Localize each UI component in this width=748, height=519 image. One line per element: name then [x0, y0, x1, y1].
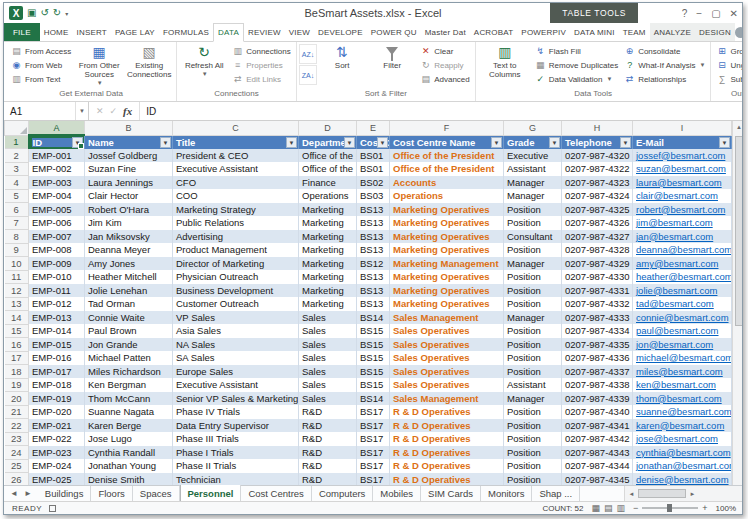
properties-button[interactable]: ≡ Properties — [229, 58, 293, 72]
cell-a5[interactable]: EMP-004 — [29, 189, 85, 203]
column-header-d[interactable]: D — [299, 121, 357, 135]
cell-e5[interactable]: BS03 — [357, 189, 390, 203]
save-icon[interactable]: ▣ — [27, 6, 36, 20]
cell-f16[interactable]: Sales Operatives — [390, 338, 504, 352]
cell-c10[interactable]: Director of Marketing — [173, 257, 299, 271]
row-header-12[interactable]: 12 — [5, 284, 29, 298]
cell-e19[interactable]: BS15 — [357, 378, 390, 392]
zoom-percentage[interactable]: 100% — [716, 504, 736, 513]
close-icon[interactable]: ✕ — [730, 8, 738, 19]
cell-g2[interactable]: Executive — [504, 149, 562, 163]
reapply-button[interactable]: ↻ Reapply — [417, 58, 473, 72]
filter-dropdown-icon[interactable]: ▼ — [491, 137, 502, 148]
cell-h11[interactable]: 0207-987-4330 — [562, 270, 633, 284]
cell-a13[interactable]: EMP-012 — [29, 297, 85, 311]
row-header-14[interactable]: 14 — [5, 311, 29, 325]
cell-d17[interactable]: Sales — [299, 351, 357, 365]
cell-b2[interactable]: Jossef Goldberg — [85, 149, 173, 163]
table-header-cell-cost-centre[interactable]: Cost Centre▼ — [357, 135, 390, 149]
cell-g10[interactable]: Manager — [504, 257, 562, 271]
cell-e15[interactable]: BS15 — [357, 324, 390, 338]
cell-g24[interactable]: Position — [504, 446, 562, 460]
cell-d5[interactable]: Operations — [299, 189, 357, 203]
cell-g8[interactable]: Consultant — [504, 230, 562, 244]
cell-h26[interactable]: 0207-987-4345 — [562, 473, 633, 486]
maximize-icon[interactable]: ▢ — [711, 8, 720, 19]
sort-ascending-button[interactable]: AZ↓ — [299, 44, 317, 64]
cell-h7[interactable]: 0207-987-4326 — [562, 216, 633, 230]
cell-h13[interactable]: 0207-987-4332 — [562, 297, 633, 311]
cell-d14[interactable]: Sales — [299, 311, 357, 325]
row-header-17[interactable]: 17 — [5, 351, 29, 365]
cell-i20[interactable]: thom@besmart.com — [633, 392, 732, 406]
cell-f14[interactable]: Sales Management — [390, 311, 504, 325]
cell-b11[interactable]: Heather Mitchell — [85, 270, 173, 284]
cell-f21[interactable]: R & D Operatives — [390, 405, 504, 419]
cell-h24[interactable]: 0207-987-4343 — [562, 446, 633, 460]
cell-g12[interactable]: Position — [504, 284, 562, 298]
row-header-10[interactable]: 10 — [5, 257, 29, 271]
table-header-cell-e-mail[interactable]: E-Mail▼ — [633, 135, 732, 149]
ribbon-tab-team[interactable]: TEAM — [619, 23, 650, 41]
zoom-slider-thumb[interactable] — [667, 504, 672, 512]
cell-b22[interactable]: Karen Berge — [85, 419, 173, 433]
cell-i3[interactable]: suzan@besmart.com — [633, 162, 732, 176]
page-break-view-icon[interactable]: ▥ — [616, 503, 625, 513]
cell-d16[interactable]: Sales — [299, 338, 357, 352]
cell-i11[interactable]: heather@besmart.com — [633, 270, 732, 284]
cell-b5[interactable]: Clair Hector — [85, 189, 173, 203]
cell-a12[interactable]: EMP-011 — [29, 284, 85, 298]
name-box-dropdown-icon[interactable]: ▼ — [76, 102, 89, 120]
cell-e25[interactable]: BS17 — [357, 459, 390, 473]
cell-i26[interactable]: denise@besmart.com — [633, 473, 732, 486]
cell-f24[interactable]: R & D Operatives — [390, 446, 504, 460]
ribbon-tab-home[interactable]: HOME — [40, 23, 73, 41]
cell-c4[interactable]: CFO — [173, 176, 299, 190]
cell-e10[interactable]: BS12 — [357, 257, 390, 271]
vertical-scroll-thumb[interactable] — [735, 136, 743, 326]
ribbon-tab-page-lay[interactable]: PAGE LAY — [111, 23, 159, 41]
cell-h22[interactable]: 0207-987-4341 — [562, 419, 633, 433]
cell-a23[interactable]: EMP-022 — [29, 432, 85, 446]
cell-c20[interactable]: Senior VP Sales & Marketing — [173, 392, 299, 406]
remove-duplicates-button[interactable]: ▦ Remove Duplicates — [532, 58, 621, 72]
cell-c18[interactable]: Europe Sales — [173, 365, 299, 379]
cell-b18[interactable]: Miles Richardson — [85, 365, 173, 379]
cell-i12[interactable]: jolie@besmart.com — [633, 284, 732, 298]
cell-d10[interactable]: Marketing — [299, 257, 357, 271]
row-header-5[interactable]: 5 — [5, 189, 29, 203]
row-header-13[interactable]: 13 — [5, 297, 29, 311]
cell-f12[interactable]: Marketing Operatives — [390, 284, 504, 298]
data-validation-button[interactable]: ✓ Data Validation ▼ — [532, 72, 621, 86]
table-header-cell-name[interactable]: Name▼ — [85, 135, 173, 149]
cell-e21[interactable]: BS17 — [357, 405, 390, 419]
row-header-6[interactable]: 6 — [5, 203, 29, 217]
column-header-a[interactable]: A — [29, 121, 85, 135]
row-header-26[interactable]: 26 — [5, 473, 29, 486]
ribbon-tab-review[interactable]: REVIEW — [244, 23, 285, 41]
cell-e3[interactable]: BS01 — [357, 162, 390, 176]
cell-c13[interactable]: Customer Outreach — [173, 297, 299, 311]
cell-h21[interactable]: 0207-987-4340 — [562, 405, 633, 419]
ribbon-tab-analyze[interactable]: ANALYZE — [650, 23, 695, 41]
cell-e24[interactable]: BS17 — [357, 446, 390, 460]
horizontal-scrollbar[interactable]: ◄ ► — [624, 486, 742, 501]
cell-e13[interactable]: BS13 — [357, 297, 390, 311]
enter-icon[interactable]: ✓ — [110, 106, 118, 116]
cell-h8[interactable]: 0207-987-4327 — [562, 230, 633, 244]
sheet-tab-cost-centres[interactable]: Cost Centres — [241, 486, 311, 501]
filter-dropdown-icon[interactable]: ▼ — [549, 137, 560, 148]
cell-g16[interactable]: Position — [504, 338, 562, 352]
cell-i4[interactable]: laura@besmart.com — [633, 176, 732, 190]
from-web-button[interactable]: ◉ From Web — [8, 58, 74, 72]
cell-f2[interactable]: Office of the President — [390, 149, 504, 163]
cell-f20[interactable]: Sales Management — [390, 392, 504, 406]
cell-h5[interactable]: 0207-987-4324 — [562, 189, 633, 203]
cell-b4[interactable]: Laura Jennings — [85, 176, 173, 190]
sort-descending-button[interactable]: ZA↓ — [299, 65, 317, 85]
cell-g4[interactable]: Manager — [504, 176, 562, 190]
consolidate-button[interactable]: ⊕ Consolidate — [621, 44, 708, 58]
cell-d4[interactable]: Finance — [299, 176, 357, 190]
ungroup-button[interactable]: ⊟ Ungroup ▼ — [713, 58, 743, 72]
cell-h15[interactable]: 0207-987-4334 — [562, 324, 633, 338]
